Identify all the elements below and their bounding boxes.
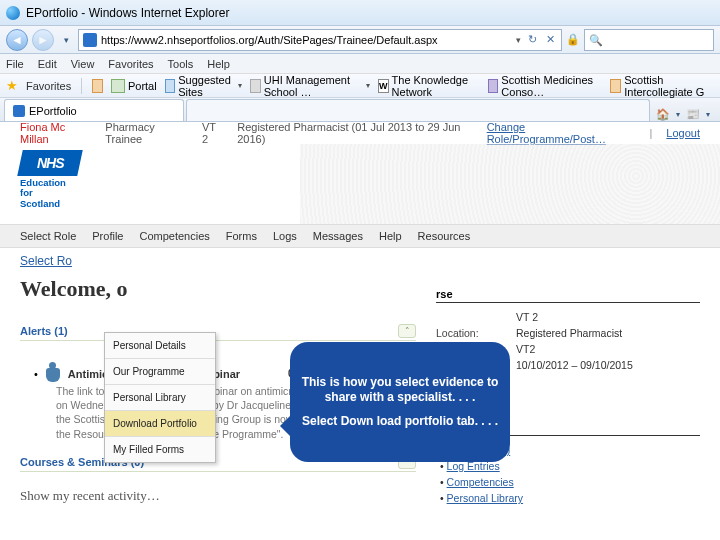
field-location: Location:Registered Pharmacist: [436, 325, 700, 341]
dd-my-filled-forms[interactable]: My Filled Forms: [105, 437, 215, 462]
ql-personal-library[interactable]: Personal Library: [447, 492, 523, 504]
menu-help[interactable]: Help: [207, 58, 230, 70]
main-nav: Select Role Profile Competencies Forms L…: [0, 224, 720, 248]
bookmark-uhi[interactable]: UHI Management School …▾: [250, 74, 370, 98]
menu-edit[interactable]: Edit: [38, 58, 57, 70]
refresh-icon[interactable]: ↻: [525, 33, 539, 47]
bookmark-portal[interactable]: Portal: [111, 79, 157, 93]
callout-line2: Select Down load portfolio tab. . . .: [300, 414, 500, 430]
site-favicon: [83, 33, 97, 47]
dd-download-portfolio[interactable]: Download Portfolio: [105, 411, 215, 437]
address-bar: ◄ ► ▾ https://www2.nhseportfolios.org/Au…: [0, 26, 720, 54]
field-code: VT 2: [436, 309, 700, 325]
window-title: EPortfolio - Windows Internet Explorer: [26, 6, 229, 20]
feeds-icon[interactable]: 📰: [686, 108, 700, 121]
menu-view[interactable]: View: [71, 58, 95, 70]
tab-select-role[interactable]: Select Role: [20, 230, 76, 242]
callout-line1: This is how you select evidence to share…: [300, 375, 500, 406]
menu-tools[interactable]: Tools: [168, 58, 194, 70]
divider: [81, 78, 82, 94]
tab-competencies[interactable]: Competencies: [139, 230, 209, 242]
select-role-link[interactable]: Select Ro: [20, 254, 72, 268]
tab-messages[interactable]: Messages: [313, 230, 363, 242]
logout-link[interactable]: Logout: [666, 127, 700, 139]
bookmark-knowledge[interactable]: WThe Knowledge Network: [378, 74, 480, 98]
dd-our-programme[interactable]: Our Programme: [105, 359, 215, 385]
alerts-title: Alerts (1): [20, 325, 68, 337]
user-registration: Registered Pharmacist (01 Jul 2013 to 29…: [237, 122, 472, 145]
alerts-header[interactable]: Alerts (1) ˄: [20, 324, 416, 341]
favorites-label[interactable]: Favorites: [26, 80, 71, 92]
profile-dropdown: Personal Details Our Programme Personal …: [104, 332, 216, 463]
nhs-logo: NHS: [17, 150, 83, 176]
user-role: Pharmacy Trainee: [105, 122, 188, 145]
history-dropdown[interactable]: ▾: [58, 29, 74, 51]
instruction-callout: This is how you select evidence to share…: [290, 342, 510, 462]
search-icon: 🔍: [589, 34, 601, 46]
lock-icon: 🔒: [566, 33, 580, 47]
bullet: •: [34, 368, 38, 380]
new-tab-area[interactable]: [186, 99, 650, 121]
welcome-heading: Welcome, o: [20, 276, 416, 302]
home-icon[interactable]: 🏠: [656, 108, 670, 121]
tab-strip: EPortfolio 🏠▾ 📰▾: [0, 98, 720, 122]
window-titlebar: EPortfolio - Windows Internet Explorer: [0, 0, 720, 26]
bookmark-sign[interactable]: Scottish Intercollegiate G: [610, 74, 714, 98]
bookmark-smc[interactable]: Scottish Medicines Conso…: [488, 74, 603, 98]
menu-file[interactable]: File: [6, 58, 24, 70]
ql-competencies[interactable]: Competencies: [447, 476, 514, 488]
back-button[interactable]: ◄: [6, 29, 28, 51]
tab-title: EPortfolio: [29, 105, 77, 117]
user-code: VT 2: [202, 122, 223, 145]
url-text: https://www2.nhseportfolios.org/Auth/Sit…: [101, 34, 438, 46]
dd-personal-details[interactable]: Personal Details: [105, 333, 215, 359]
dd-personal-library[interactable]: Personal Library: [105, 385, 215, 411]
stop-icon[interactable]: ✕: [543, 33, 557, 47]
bookmark-suggested[interactable]: Suggested Sites▾: [165, 74, 242, 98]
tab-eportfolio[interactable]: EPortfolio: [4, 99, 184, 121]
divider: |: [650, 127, 653, 139]
browser-search-input[interactable]: 🔍: [584, 29, 714, 51]
tab-resources[interactable]: Resources: [418, 230, 471, 242]
tab-forms[interactable]: Forms: [226, 230, 257, 242]
decorative-bg: [300, 144, 720, 224]
add-favorite-icon[interactable]: [92, 79, 103, 93]
tab-profile[interactable]: Profile: [92, 230, 123, 242]
tab-help[interactable]: Help: [379, 230, 402, 242]
user-name: Fiona Mc Millan: [20, 122, 91, 145]
url-field[interactable]: https://www2.nhseportfolios.org/Auth/Sit…: [78, 29, 562, 51]
favorites-toolbar: ★ Favorites Portal Suggested Sites▾ UHI …: [0, 74, 720, 98]
recent-activity-link[interactable]: Show my recent activity…: [20, 488, 416, 504]
menubar: File Edit View Favorites Tools Help: [0, 54, 720, 74]
collapse-icon[interactable]: ˄: [398, 324, 416, 338]
tab-logs[interactable]: Logs: [273, 230, 297, 242]
tab-favicon: [13, 105, 25, 117]
posts-header: rse: [436, 288, 700, 303]
ie-icon: [6, 6, 20, 20]
page-content: Fiona Mc Millan Pharmacy Trainee VT 2 Re…: [0, 122, 720, 540]
favorites-star-icon[interactable]: ★: [6, 78, 18, 93]
change-role-link[interactable]: Change Role/Programme/Post…: [487, 122, 636, 145]
forward-button[interactable]: ►: [32, 29, 54, 51]
user-bar: Fiona Mc Millan Pharmacy Trainee VT 2 Re…: [0, 122, 720, 144]
branding: NHS EducationforScotland: [0, 144, 720, 224]
url-dropdown-icon[interactable]: ▾: [516, 35, 521, 45]
menu-favorites[interactable]: Favorites: [108, 58, 153, 70]
person-icon: [46, 368, 60, 382]
